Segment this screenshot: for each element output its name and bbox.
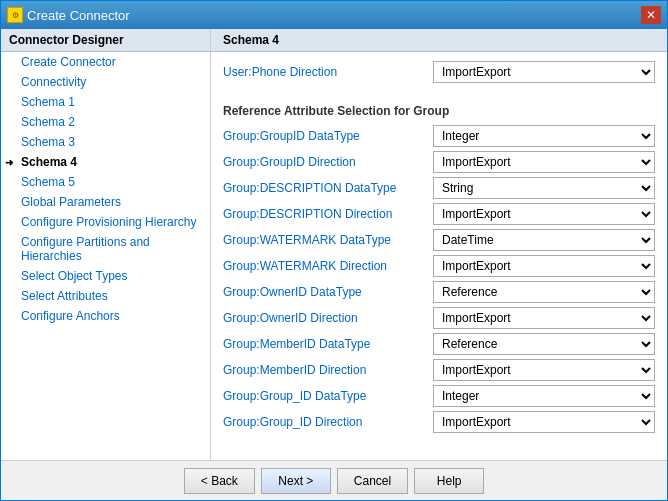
user-phone-control[interactable]: ImportExport Import Export Disabled xyxy=(433,61,655,83)
control-group-groupid-dt[interactable]: IntegerStringDateTimeReferenceBinaryBool… xyxy=(433,125,655,147)
app-icon: ⚙ xyxy=(7,7,23,23)
row-group-groupid2-dir: Group:Group_ID DirectionImportExportImpo… xyxy=(223,410,655,434)
select-group-memberid-dt[interactable]: IntegerStringDateTimeReferenceBinaryBool… xyxy=(433,333,655,355)
footer: < Back Next > Cancel Help xyxy=(1,460,667,500)
select-group-ownerid-dir[interactable]: ImportExportImportExportDisabled xyxy=(433,307,655,329)
row-group-watermark-dir: Group:WATERMARK DirectionImportExportImp… xyxy=(223,254,655,278)
user-phone-row: User:Phone Direction ImportExport Import… xyxy=(223,60,655,84)
label-group-desc-dt: Group:DESCRIPTION DataType xyxy=(223,181,433,195)
sidebar-item-create-connector[interactable]: Create Connector xyxy=(1,52,210,72)
row-group-memberid-dir: Group:MemberID DirectionImportExportImpo… xyxy=(223,358,655,382)
sidebar-item-select-object-types[interactable]: Select Object Types xyxy=(1,266,210,286)
sidebar-item-schema-1[interactable]: Schema 1 xyxy=(1,92,210,112)
row-group-desc-dir: Group:DESCRIPTION DirectionImportExportI… xyxy=(223,202,655,226)
select-group-groupid2-dt[interactable]: IntegerStringDateTimeReferenceBinaryBool… xyxy=(433,385,655,407)
select-group-watermark-dir[interactable]: ImportExportImportExportDisabled xyxy=(433,255,655,277)
sidebar-header: Connector Designer xyxy=(1,29,210,52)
select-group-desc-dt[interactable]: IntegerStringDateTimeReferenceBinaryBool… xyxy=(433,177,655,199)
title-bar: ⚙ Create Connector ✕ xyxy=(1,1,667,29)
title-bar-left: ⚙ Create Connector xyxy=(7,7,130,23)
label-group-memberid-dir: Group:MemberID Direction xyxy=(223,363,433,377)
content-header: Schema 4 xyxy=(211,29,667,52)
help-button[interactable]: Help xyxy=(414,468,484,494)
label-group-watermark-dir: Group:WATERMARK Direction xyxy=(223,259,433,273)
label-group-memberid-dt: Group:MemberID DataType xyxy=(223,337,433,351)
row-group-ownerid-dt: Group:OwnerID DataTypeIntegerStringDateT… xyxy=(223,280,655,304)
sidebar-item-configure-partitions[interactable]: Configure Partitions and Hierarchies xyxy=(1,232,210,266)
sidebar-item-schema-4[interactable]: Schema 4 xyxy=(1,152,210,172)
label-group-desc-dir: Group:DESCRIPTION Direction xyxy=(223,207,433,221)
select-group-ownerid-dt[interactable]: IntegerStringDateTimeReferenceBinaryBool… xyxy=(433,281,655,303)
label-group-ownerid-dt: Group:OwnerID DataType xyxy=(223,285,433,299)
row-group-groupid-dir: Group:GroupID DirectionImportExportImpor… xyxy=(223,150,655,174)
label-group-groupid2-dir: Group:Group_ID Direction xyxy=(223,415,433,429)
control-group-desc-dir[interactable]: ImportExportImportExportDisabled xyxy=(433,203,655,225)
sidebar-item-global-params[interactable]: Global Parameters xyxy=(1,192,210,212)
control-group-memberid-dir[interactable]: ImportExportImportExportDisabled xyxy=(433,359,655,381)
control-group-ownerid-dir[interactable]: ImportExportImportExportDisabled xyxy=(433,307,655,329)
sidebar-item-schema-5[interactable]: Schema 5 xyxy=(1,172,210,192)
control-group-groupid2-dt[interactable]: IntegerStringDateTimeReferenceBinaryBool… xyxy=(433,385,655,407)
reference-section-title: Reference Attribute Selection for Group xyxy=(223,104,655,118)
control-group-ownerid-dt[interactable]: IntegerStringDateTimeReferenceBinaryBool… xyxy=(433,281,655,303)
close-button[interactable]: ✕ xyxy=(641,6,661,24)
select-group-groupid-dir[interactable]: ImportExportImportExportDisabled xyxy=(433,151,655,173)
user-phone-label: User:Phone Direction xyxy=(223,65,433,79)
select-group-groupid2-dir[interactable]: ImportExportImportExportDisabled xyxy=(433,411,655,433)
row-group-memberid-dt: Group:MemberID DataTypeIntegerStringDate… xyxy=(223,332,655,356)
control-group-groupid-dir[interactable]: ImportExportImportExportDisabled xyxy=(433,151,655,173)
main-window: ⚙ Create Connector ✕ Connector Designer … xyxy=(0,0,668,501)
sidebar-item-select-attributes[interactable]: Select Attributes xyxy=(1,286,210,306)
sidebar-item-connectivity[interactable]: Connectivity xyxy=(1,72,210,92)
content-body: User:Phone Direction ImportExport Import… xyxy=(211,52,667,460)
control-group-memberid-dt[interactable]: IntegerStringDateTimeReferenceBinaryBool… xyxy=(433,333,655,355)
sidebar-item-schema-2[interactable]: Schema 2 xyxy=(1,112,210,132)
control-group-groupid2-dir[interactable]: ImportExportImportExportDisabled xyxy=(433,411,655,433)
select-group-memberid-dir[interactable]: ImportExportImportExportDisabled xyxy=(433,359,655,381)
row-group-ownerid-dir: Group:OwnerID DirectionImportExportImpor… xyxy=(223,306,655,330)
attribute-rows: Group:GroupID DataTypeIntegerStringDateT… xyxy=(223,124,655,434)
label-group-groupid-dir: Group:GroupID Direction xyxy=(223,155,433,169)
select-group-groupid-dt[interactable]: IntegerStringDateTimeReferenceBinaryBool… xyxy=(433,125,655,147)
label-group-watermark-dt: Group:WATERMARK DataType xyxy=(223,233,433,247)
next-button[interactable]: Next > xyxy=(261,468,331,494)
row-group-desc-dt: Group:DESCRIPTION DataTypeIntegerStringD… xyxy=(223,176,655,200)
user-phone-select[interactable]: ImportExport Import Export Disabled xyxy=(433,61,655,83)
select-group-watermark-dt[interactable]: IntegerStringDateTimeReferenceBinaryBool… xyxy=(433,229,655,251)
window-title: Create Connector xyxy=(27,8,130,23)
label-group-groupid2-dt: Group:Group_ID DataType xyxy=(223,389,433,403)
sidebar-items: Create ConnectorConnectivitySchema 1Sche… xyxy=(1,52,210,326)
row-group-groupid-dt: Group:GroupID DataTypeIntegerStringDateT… xyxy=(223,124,655,148)
label-group-groupid-dt: Group:GroupID DataType xyxy=(223,129,433,143)
main-content: Connector Designer Create ConnectorConne… xyxy=(1,29,667,460)
content-area: Schema 4 User:Phone Direction ImportExpo… xyxy=(211,29,667,460)
row-group-watermark-dt: Group:WATERMARK DataTypeIntegerStringDat… xyxy=(223,228,655,252)
sidebar: Connector Designer Create ConnectorConne… xyxy=(1,29,211,460)
control-group-desc-dt[interactable]: IntegerStringDateTimeReferenceBinaryBool… xyxy=(433,177,655,199)
select-group-desc-dir[interactable]: ImportExportImportExportDisabled xyxy=(433,203,655,225)
cancel-button[interactable]: Cancel xyxy=(337,468,408,494)
label-group-ownerid-dir: Group:OwnerID Direction xyxy=(223,311,433,325)
sidebar-item-configure-anchors[interactable]: Configure Anchors xyxy=(1,306,210,326)
sidebar-item-configure-provisioning[interactable]: Configure Provisioning Hierarchy xyxy=(1,212,210,232)
control-group-watermark-dir[interactable]: ImportExportImportExportDisabled xyxy=(433,255,655,277)
sidebar-item-schema-3[interactable]: Schema 3 xyxy=(1,132,210,152)
control-group-watermark-dt[interactable]: IntegerStringDateTimeReferenceBinaryBool… xyxy=(433,229,655,251)
row-group-groupid2-dt: Group:Group_ID DataTypeIntegerStringDate… xyxy=(223,384,655,408)
back-button[interactable]: < Back xyxy=(184,468,255,494)
